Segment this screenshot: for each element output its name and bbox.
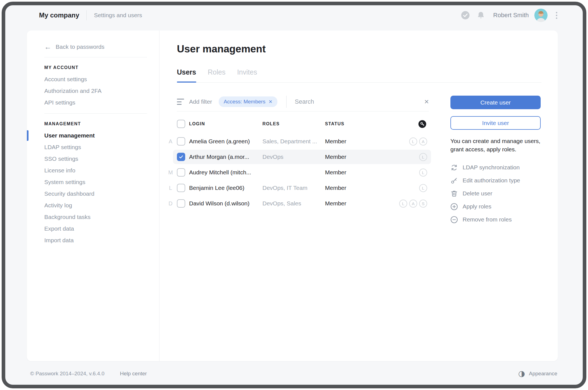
more-menu-icon[interactable] bbox=[554, 10, 559, 21]
auth-type-key-icon bbox=[418, 120, 427, 128]
topbar-subtitle: Settings and users bbox=[94, 12, 142, 19]
user-roles: DevOps, Sales bbox=[262, 200, 322, 207]
select-all-checkbox[interactable] bbox=[177, 120, 185, 128]
back-to-passwords-link[interactable]: ← Back to passwords bbox=[44, 43, 147, 50]
user-status: Member bbox=[325, 154, 369, 160]
row-checkbox[interactable] bbox=[177, 137, 185, 146]
table-row[interactable]: L Benjamin Lee (lee06) DevOps, IT Team M… bbox=[177, 180, 429, 196]
auth-badge: L bbox=[409, 137, 417, 146]
appearance-label: Appearance bbox=[529, 371, 557, 377]
tab-invites[interactable]: Invites bbox=[237, 68, 257, 76]
sidebar-item-system-settings[interactable]: System settings bbox=[44, 176, 147, 188]
create-user-button[interactable]: Create user bbox=[450, 96, 541, 109]
user-name[interactable]: Robert Smith bbox=[493, 12, 529, 19]
auth-badges: L A S bbox=[399, 200, 427, 208]
tab-users[interactable]: Users bbox=[177, 68, 196, 76]
bell-icon[interactable] bbox=[476, 11, 486, 20]
sidebar-item-account-settings[interactable]: Account settings bbox=[44, 73, 147, 85]
check-circle-icon[interactable] bbox=[461, 11, 470, 20]
page-title: User management bbox=[177, 43, 266, 55]
screen: My company Settings and users Robert Smi… bbox=[0, 0, 588, 390]
footer: © Passwork 2014–2024, v.6.4.0 Help cente… bbox=[30, 370, 557, 378]
row-checkbox-checked[interactable] bbox=[177, 153, 185, 161]
panel-actions: LDAP synchronization Edit authorization … bbox=[450, 161, 541, 226]
appearance-toggle[interactable]: ◑ Appearance bbox=[518, 370, 557, 378]
section-title-management: MANAGEMENT bbox=[44, 121, 147, 126]
sidebar-item-activity-log[interactable]: Activity log bbox=[44, 200, 147, 211]
app-window: My company Settings and users Robert Smi… bbox=[2, 2, 586, 388]
group-letter: D bbox=[167, 200, 174, 207]
delete-user-action[interactable]: Delete user bbox=[450, 187, 541, 200]
row-checkbox[interactable] bbox=[177, 199, 185, 208]
action-label: Delete user bbox=[463, 190, 492, 197]
sidebar-item-sso-settings[interactable]: SSO settings bbox=[44, 153, 147, 165]
table-row[interactable]: D David Wilson (d.wilson) DevOps, Sales … bbox=[177, 196, 429, 211]
sidebar-item-background-tasks[interactable]: Background tasks bbox=[44, 211, 147, 223]
table-row[interactable]: A Amelia Green (a.green) Sales, Departme… bbox=[177, 134, 429, 149]
apply-roles-action[interactable]: Apply roles bbox=[450, 200, 541, 213]
user-login: David Wilson (d.wilson) bbox=[189, 200, 261, 207]
column-header-status[interactable]: STATUS bbox=[325, 121, 344, 126]
search-clear-icon[interactable]: × bbox=[424, 98, 429, 106]
search-input[interactable]: Search bbox=[295, 98, 314, 105]
group-letter: A bbox=[167, 138, 174, 145]
user-status: Member bbox=[325, 185, 369, 191]
filter-icon[interactable] bbox=[177, 99, 185, 105]
sidebar-item-license-info[interactable]: License info bbox=[44, 165, 147, 176]
group-letter: L bbox=[167, 185, 174, 191]
auth-badge: L bbox=[419, 184, 427, 192]
tab-roles[interactable]: Roles bbox=[208, 68, 226, 76]
back-label: Back to passwords bbox=[56, 44, 104, 50]
check-icon bbox=[179, 154, 184, 159]
user-login: Amelia Green (a.green) bbox=[189, 138, 261, 145]
my-account-list: Account settings Authorization and 2FA A… bbox=[44, 73, 147, 108]
user-roles: Sales, Department ... bbox=[262, 138, 322, 145]
ldap-synchronization-action[interactable]: LDAP synchronization bbox=[450, 161, 541, 174]
table-row[interactable]: M Audrey Mitchell (mitch... Member L bbox=[177, 165, 429, 180]
add-filter-button[interactable]: Add filter bbox=[189, 98, 212, 105]
auth-badge: S bbox=[419, 200, 427, 208]
topbar-right: Robert Smith bbox=[461, 9, 559, 22]
auth-badge: L bbox=[399, 200, 407, 208]
table-header: LOGIN ROLES STATUS bbox=[177, 118, 429, 130]
topbar-divider bbox=[86, 10, 87, 20]
sidebar-item-authorization-2fa[interactable]: Authorization and 2FA bbox=[44, 85, 147, 97]
minus-circle-icon bbox=[450, 216, 458, 223]
management-list: User management LDAP settings SSO settin… bbox=[44, 130, 147, 246]
tabs-divider bbox=[177, 82, 541, 83]
user-status: Member bbox=[325, 200, 369, 207]
sidebar-item-api-settings[interactable]: API settings bbox=[44, 97, 147, 108]
remove-from-roles-action[interactable]: Remove from roles bbox=[450, 213, 541, 226]
user-roles: DevOps bbox=[262, 154, 322, 160]
column-header-login[interactable]: LOGIN bbox=[189, 121, 205, 126]
plus-circle-icon bbox=[450, 203, 458, 210]
help-center-link[interactable]: Help center bbox=[120, 371, 147, 377]
row-checkbox[interactable] bbox=[177, 184, 185, 192]
action-label: Remove from roles bbox=[463, 216, 512, 223]
sidebar-item-user-management[interactable]: User management bbox=[44, 130, 147, 141]
active-tab-indicator bbox=[177, 81, 196, 83]
edit-authorization-type-action[interactable]: Edit authorization type bbox=[450, 174, 541, 187]
sidebar: ← Back to passwords MY ACCOUNT Account s… bbox=[27, 30, 159, 361]
chip-close-icon[interactable]: × bbox=[269, 99, 272, 105]
auth-badges: L bbox=[419, 153, 427, 161]
auth-badge: A bbox=[419, 137, 427, 146]
company-name: My company bbox=[39, 11, 79, 19]
action-panel: Create user Invite user You can create a… bbox=[450, 96, 541, 226]
sidebar-item-import-data[interactable]: Import data bbox=[44, 234, 147, 246]
sidebar-item-ldap-settings[interactable]: LDAP settings bbox=[44, 141, 147, 153]
filter-chip-label: Access: Members bbox=[224, 99, 265, 105]
filter-chip-access-members[interactable]: Access: Members × bbox=[219, 96, 277, 107]
sidebar-item-export-data[interactable]: Export data bbox=[44, 223, 147, 234]
user-roles: DevOps, IT Team bbox=[262, 185, 322, 191]
main-content: User management Users Roles Invites Add … bbox=[160, 30, 558, 361]
avatar[interactable] bbox=[534, 9, 548, 22]
auth-badges: L A bbox=[409, 137, 427, 146]
auth-badge: A bbox=[409, 200, 417, 208]
table-row-selected[interactable]: Arthur Morgan (a.mor... DevOps Member L bbox=[177, 149, 429, 165]
auth-badges: L bbox=[419, 169, 427, 177]
row-checkbox[interactable] bbox=[177, 168, 185, 177]
column-header-roles[interactable]: ROLES bbox=[262, 121, 280, 126]
invite-user-button[interactable]: Invite user bbox=[450, 116, 541, 130]
sidebar-item-security-dashboard[interactable]: Security dashboard bbox=[44, 188, 147, 200]
